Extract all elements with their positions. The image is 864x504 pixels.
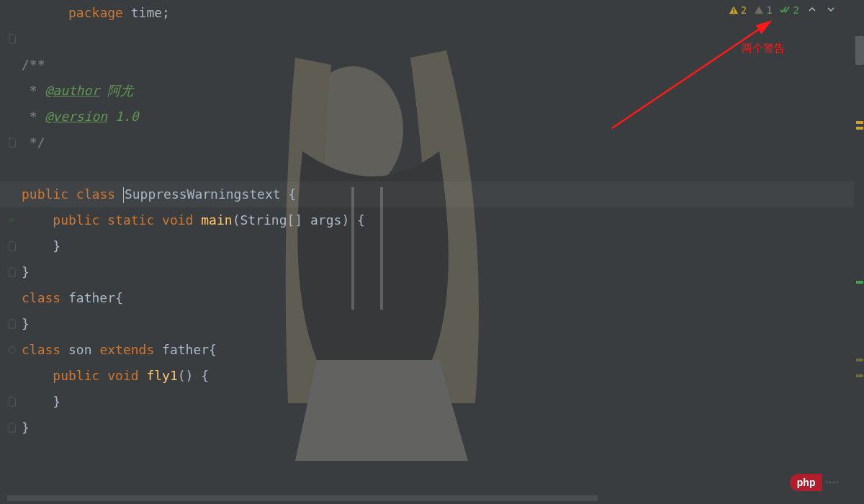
text-cursor	[123, 187, 124, 203]
warning-count: 2	[741, 4, 747, 16]
code-line-blank[interactable]	[0, 26, 864, 52]
stripe-marker-weak[interactable]	[856, 374, 863, 377]
annotation-label: 两个警告	[742, 42, 785, 55]
stripe-marker-weak[interactable]	[856, 359, 863, 361]
gutter-file-icon	[7, 319, 17, 329]
gutter-file-icon	[7, 423, 17, 433]
inspection-bar: 2 1 2	[729, 4, 837, 16]
code-line[interactable]: public static void main(String[] args) {	[0, 207, 864, 233]
stripe-marker-ok[interactable]	[856, 281, 863, 284]
prev-highlight-icon[interactable]	[806, 4, 818, 16]
code-line[interactable]: class father{	[0, 285, 864, 311]
code-line[interactable]: }	[0, 389, 864, 415]
ok-count: 2	[793, 4, 799, 16]
weak-warning-count: 1	[766, 4, 772, 16]
warning-triangle-icon	[729, 5, 739, 15]
svg-rect-2	[733, 9, 734, 12]
code-line[interactable]: }	[0, 311, 864, 337]
keyword-package: package	[68, 5, 123, 20]
inspection-warning[interactable]: 2	[729, 4, 747, 16]
weak-warning-triangle-icon	[754, 5, 764, 15]
code-line[interactable]: */	[0, 130, 864, 156]
gutter-file-icon	[7, 138, 17, 148]
double-check-icon	[780, 5, 791, 15]
svg-rect-3	[733, 12, 734, 13]
stripe-marker-warning[interactable]	[856, 121, 863, 124]
code-line[interactable]: * @author 阿尤	[0, 78, 864, 104]
error-stripe[interactable]	[854, 0, 864, 504]
gutter-run-icon[interactable]	[7, 215, 17, 225]
logo-text: php	[790, 474, 823, 491]
code-line[interactable]: class son extends father{	[0, 337, 864, 363]
code-line-blank[interactable]	[0, 156, 864, 181]
watermark-logo: php ····	[790, 474, 842, 491]
code-line[interactable]: public void fly1() {	[0, 363, 864, 389]
code-line[interactable]: /**	[0, 52, 864, 78]
inspection-ok[interactable]: 2	[780, 4, 799, 16]
svg-point-1	[9, 347, 16, 354]
code-line[interactable]: }	[0, 259, 864, 285]
code-editor[interactable]: package time; /** * @author 阿尤 * @versio…	[0, 0, 864, 504]
code-line[interactable]: }	[0, 415, 864, 441]
stripe-marker-warning[interactable]	[856, 127, 863, 130]
code-line-cursor[interactable]: public class SuppressWarningstext {	[0, 181, 864, 207]
gutter-file-icon	[7, 267, 17, 277]
code-line[interactable]: }	[0, 233, 864, 259]
horizontal-scrollbar[interactable]	[7, 495, 598, 501]
gutter-override-icon[interactable]	[7, 345, 17, 355]
scrollbar-thumb[interactable]	[855, 36, 864, 65]
inspection-weak-warning[interactable]: 1	[754, 4, 772, 16]
gutter-file-icon	[7, 34, 17, 44]
logo-tail: ····	[822, 474, 842, 491]
next-highlight-icon[interactable]	[825, 4, 837, 16]
gutter-file-icon	[7, 241, 17, 251]
code-line[interactable]: * @version 1.0	[0, 104, 864, 130]
gutter-file-icon	[7, 397, 17, 407]
